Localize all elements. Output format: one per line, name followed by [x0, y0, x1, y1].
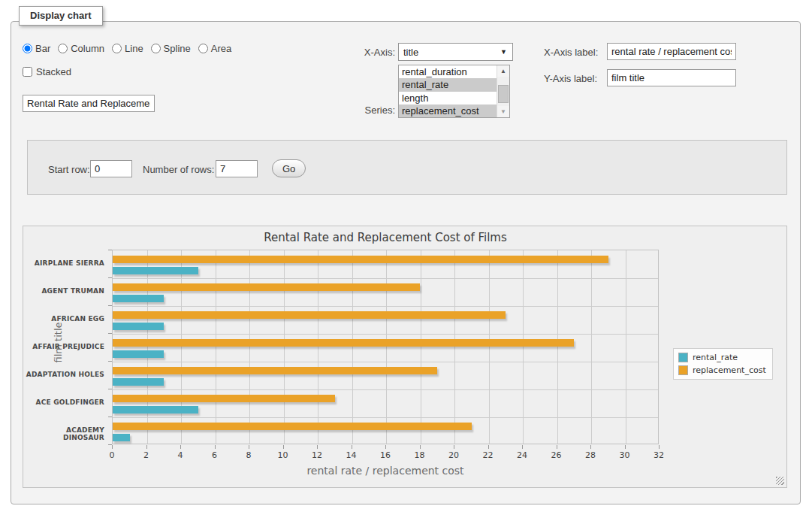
bar-rental_rate [113, 406, 198, 414]
x-tick-mark [488, 445, 489, 449]
grid-line-v [318, 250, 318, 444]
y-tick-mark [108, 250, 112, 250]
stacked-label: Stacked [36, 66, 71, 77]
x-tick-label: 12 [306, 450, 328, 460]
x-axis-select-label: X-Axis: [352, 47, 395, 58]
radio-bar-input[interactable] [23, 44, 32, 53]
y-tick-mark [108, 277, 112, 278]
x-tick-label: 26 [545, 450, 568, 460]
grid-line-h [113, 334, 658, 335]
chart-plot-area [112, 250, 659, 444]
bar-replacement_cost [113, 256, 608, 263]
x-tick-mark [146, 445, 147, 449]
y-category-label: ACE GOLDFINGER [26, 398, 104, 406]
series-multiselect[interactable]: rental_duration rental_rate length repla… [398, 65, 510, 118]
x-tick-mark [249, 445, 249, 449]
x-tick-mark [283, 445, 284, 449]
x-tick-mark [659, 445, 660, 449]
grid-line-v [454, 250, 455, 444]
x-tick-label: 4 [169, 450, 192, 460]
grid-line-v [523, 250, 524, 444]
radio-area-input[interactable] [198, 44, 208, 53]
x-tick-mark [385, 445, 386, 449]
x-tick-label: 10 [272, 450, 294, 460]
y-axis-label-input[interactable] [607, 69, 736, 86]
bar-replacement_cost [113, 423, 472, 430]
x-axis-label-input[interactable] [607, 43, 736, 60]
grid-line-v [181, 250, 182, 444]
x-axis-select[interactable]: title ▼ [398, 43, 513, 61]
num-rows-label: Number of rows: [143, 164, 214, 175]
y-tick-mark [108, 361, 112, 362]
bar-replacement_cost [113, 339, 574, 347]
grid-line-v [591, 250, 592, 444]
series-scrollbar[interactable]: ▲ ▼ [497, 65, 509, 117]
x-tick-mark [317, 445, 318, 449]
x-tick-label: 22 [477, 450, 500, 460]
radio-spline-label: Spline [164, 43, 191, 54]
resize-handle-icon[interactable] [776, 477, 784, 485]
y-category-label: AIRPLANE SIERRA [26, 259, 104, 267]
y-tick-mark [108, 444, 112, 445]
num-rows-input[interactable] [216, 160, 258, 177]
radio-column-input[interactable] [58, 44, 68, 53]
x-tick-mark [590, 445, 591, 449]
panel-title: Display chart [19, 6, 103, 26]
scrollbar-thumb[interactable] [498, 85, 509, 103]
go-button[interactable]: Go [272, 159, 306, 177]
legend-entry: replacement_cost [678, 365, 766, 375]
bar-rental_rate [113, 267, 198, 274]
chevron-down-icon: ▼ [500, 48, 507, 56]
radio-area[interactable]: Area [198, 43, 231, 54]
grid-line-h [113, 278, 658, 279]
grid-line-h [113, 306, 658, 307]
chart-title-input[interactable] [23, 95, 155, 112]
y-tick-mark [108, 389, 112, 389]
series-option-rental-rate[interactable]: rental_rate [399, 78, 497, 91]
start-row-input[interactable] [90, 160, 132, 177]
radio-column[interactable]: Column [58, 43, 104, 54]
grid-line-h [113, 389, 658, 390]
series-option-length[interactable]: length [399, 92, 497, 105]
scroll-down-icon[interactable]: ▼ [497, 106, 509, 117]
radio-bar-label: Bar [35, 43, 50, 54]
grid-line-v [489, 250, 490, 444]
y-tick-mark [108, 333, 112, 334]
rows-panel [27, 140, 787, 195]
x-axis-label-label: X-Axis label: [544, 47, 598, 58]
x-tick-mark [420, 445, 421, 449]
radio-line[interactable]: Line [112, 43, 143, 54]
grid-line-v [386, 250, 387, 444]
radio-spline-input[interactable] [151, 44, 161, 53]
stacked-checkbox[interactable] [23, 67, 32, 77]
y-category-label: AFFAIR PREJUDICE [26, 343, 104, 350]
radio-area-label: Area [211, 43, 231, 54]
x-tick-mark [112, 445, 113, 449]
legend-entry: rental_rate [678, 353, 766, 362]
start-row-label: Start row: [48, 164, 90, 175]
y-axis-label-label: Y-Axis label: [544, 73, 597, 84]
x-tick-mark [352, 445, 352, 449]
grid-line-h [113, 417, 658, 418]
bar-rental_rate [113, 323, 164, 330]
radio-bar[interactable]: Bar [23, 43, 50, 54]
x-tick-label: 24 [511, 450, 533, 460]
bar-rental_rate [113, 434, 130, 441]
grid-line-v [147, 250, 148, 444]
chart-legend: rental_ratereplacement_cost [673, 348, 773, 380]
chart-container: Rental Rate and Replacement Cost of Film… [23, 226, 787, 488]
x-axis-selected-value: title [403, 47, 418, 58]
bar-replacement_cost [113, 395, 335, 402]
scroll-up-icon[interactable]: ▲ [497, 65, 509, 77]
x-tick-label: 30 [614, 450, 636, 460]
stacked-row: Stacked [23, 66, 71, 77]
bar-rental_rate [113, 295, 164, 302]
radio-line-input[interactable] [112, 44, 122, 53]
series-option-replacement-cost[interactable]: replacement_cost [399, 105, 497, 117]
y-tick-mark [108, 305, 112, 306]
series-option-rental-duration[interactable]: rental_duration [399, 65, 497, 78]
radio-spline[interactable]: Spline [151, 43, 191, 54]
grid-line-v [557, 250, 558, 444]
x-tick-label: 28 [579, 450, 602, 460]
bar-replacement_cost [113, 283, 420, 291]
